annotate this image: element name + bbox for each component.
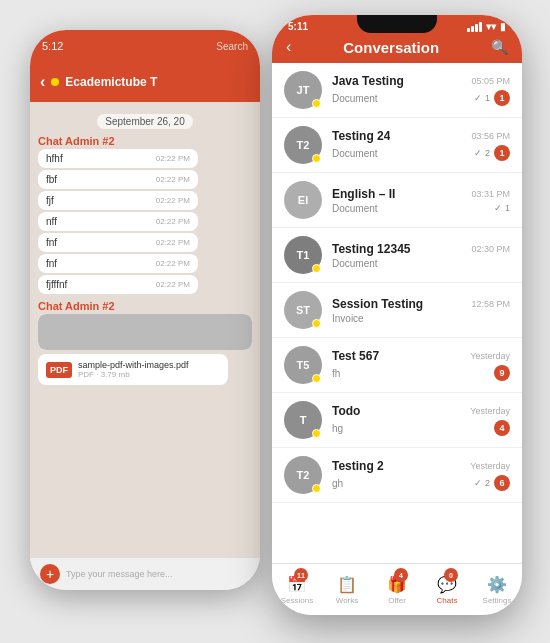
conversation-item[interactable]: T1 Testing 12345 02:30 PM Document [272, 228, 522, 283]
conv-sub: fh [332, 368, 340, 379]
pdf-filename: sample-pdf-with-images.pdf [78, 360, 189, 370]
conv-name: Testing 12345 [332, 242, 410, 256]
status-icons: ▾▾ ▮ [467, 21, 506, 32]
nav-item-chats[interactable]: 💬 Chats 0 [422, 564, 472, 615]
nav-badge: 0 [444, 568, 458, 582]
back-arrow-icon: ‹ [40, 73, 45, 91]
check-icon: ✓ 1 [494, 203, 510, 213]
check-icon: ✓ 2 [474, 148, 490, 158]
chat-input-placeholder[interactable]: Type your message here... [66, 569, 173, 579]
conv-time: 03:56 PM [471, 131, 510, 141]
conversation-item[interactable]: JT Java Testing 05:05 PM Document ✓ 1 1 [272, 63, 522, 118]
conv-bottom: hg 4 [332, 420, 510, 436]
chat-input-bar[interactable]: + Type your message here... [30, 557, 260, 590]
nav-label: Chats [437, 596, 458, 605]
conv-top: Testing 12345 02:30 PM [332, 242, 510, 256]
conv-time: Yesterday [470, 461, 510, 471]
avatar: JT [284, 71, 322, 109]
wifi-icon: ▾▾ [486, 21, 496, 32]
conv-badge-area: ✓ 2 1 [474, 145, 510, 161]
nav-item-offer[interactable]: 🎁 Offer 4 [372, 564, 422, 615]
unread-badge: 4 [494, 420, 510, 436]
back-chat-name: Ecademictube T [65, 75, 157, 89]
online-dot [312, 319, 321, 328]
msg-6: fnf02:22 PM [38, 254, 198, 273]
nav-item-sessions[interactable]: 📅 Sessions 11 [272, 564, 322, 615]
back-icon: ‹ [286, 38, 291, 56]
avatar: ST [284, 291, 322, 329]
phone-notch [357, 15, 437, 33]
search-icon[interactable]: 🔍 [491, 39, 508, 55]
check-icon: ✓ 1 [474, 93, 490, 103]
conv-sub: hg [332, 423, 343, 434]
back-time: 5:12 [42, 40, 63, 52]
nav-label: Works [336, 596, 359, 605]
conv-time: 03:31 PM [471, 189, 510, 199]
online-dot [312, 99, 321, 108]
msg-1: hfhf02:22 PM [38, 149, 198, 168]
conversation-item[interactable]: T2 Testing 2 Yesterday gh ✓ 2 6 [272, 448, 522, 503]
conv-top: Testing 24 03:56 PM [332, 129, 510, 143]
chat-sender-2: Chat Admin #2 [38, 300, 252, 312]
back-phone: 5:12 Search ‹ Ecademictube T September 2… [30, 30, 260, 590]
conv-badge-area: ✓ 1 [494, 203, 510, 213]
conv-time: 02:30 PM [471, 244, 510, 254]
nav-label: Sessions [281, 596, 313, 605]
signal-icon [467, 22, 482, 32]
conversation-item[interactable]: T5 Test 567 Yesterday fh 9 [272, 338, 522, 393]
nav-label: Settings [483, 596, 512, 605]
conv-sub: Document [332, 148, 378, 159]
back-chat-area: September 26, 20 Chat Admin #2 hfhf02:22… [30, 102, 260, 590]
conv-name: Java Testing [332, 74, 404, 88]
avatar: El [284, 181, 322, 219]
conv-bottom: Invoice [332, 313, 510, 324]
conv-name: Testing 2 [332, 459, 384, 473]
conv-name: Test 567 [332, 349, 379, 363]
nav-item-settings[interactable]: ⚙️ Settings [472, 564, 522, 615]
conv-bottom: fh 9 [332, 365, 510, 381]
msg-5: fnf02:22 PM [38, 233, 198, 252]
unread-badge: 1 [494, 90, 510, 106]
conv-sub: Invoice [332, 313, 364, 324]
conv-bottom: Document ✓ 1 1 [332, 90, 510, 106]
online-dot [312, 429, 321, 438]
conv-bottom: Document [332, 258, 510, 269]
conv-time: 12:58 PM [471, 299, 510, 309]
online-dot [312, 374, 321, 383]
avatar: T [284, 401, 322, 439]
nav-badge: 11 [294, 568, 308, 582]
avatar: T2 [284, 456, 322, 494]
date-label: September 26, 20 [97, 114, 193, 129]
msg-3: fjf02:22 PM [38, 191, 198, 210]
nav-label: Offer [388, 596, 406, 605]
conv-time: Yesterday [470, 406, 510, 416]
conv-bottom: Document ✓ 1 [332, 203, 510, 214]
conv-sub: Document [332, 258, 378, 269]
nav-item-works[interactable]: 📋 Works [322, 564, 372, 615]
conv-bottom: Document ✓ 2 1 [332, 145, 510, 161]
msg-4: nff02:22 PM [38, 212, 198, 231]
conversation-item[interactable]: T Todo Yesterday hg 4 [272, 393, 522, 448]
conversation-item[interactable]: ST Session Testing 12:58 PM Invoice [272, 283, 522, 338]
avatar: T2 [284, 126, 322, 164]
check-icon: ✓ 2 [474, 478, 490, 488]
unread-badge: 6 [494, 475, 510, 491]
add-attachment-button[interactable]: + [40, 564, 60, 584]
conv-sub: Document [332, 203, 378, 214]
front-time: 5:11 [288, 21, 308, 32]
pdf-icon: PDF [46, 362, 72, 378]
front-phone: 5:11 ▾▾ ▮ ‹ Conversation 🔍 JT [272, 15, 522, 615]
unread-badge: 1 [494, 145, 510, 161]
conv-top: Todo Yesterday [332, 404, 510, 418]
nav-icon-settings: ⚙️ [487, 575, 507, 594]
conv-content: Java Testing 05:05 PM Document ✓ 1 1 [332, 74, 510, 106]
bottom-nav: 📅 Sessions 11 📋 Works 🎁 Offer 4 💬 Chats … [272, 563, 522, 615]
conversation-item[interactable]: T2 Testing 24 03:56 PM Document ✓ 2 1 [272, 118, 522, 173]
conv-bottom: gh ✓ 2 6 [332, 475, 510, 491]
online-indicator [51, 78, 59, 86]
conversation-item[interactable]: El English – II 03:31 PM Document ✓ 1 [272, 173, 522, 228]
conv-top: Session Testing 12:58 PM [332, 297, 510, 311]
conv-name: Session Testing [332, 297, 423, 311]
back-search: Search [216, 41, 248, 52]
msg-2: fbf02:22 PM [38, 170, 198, 189]
